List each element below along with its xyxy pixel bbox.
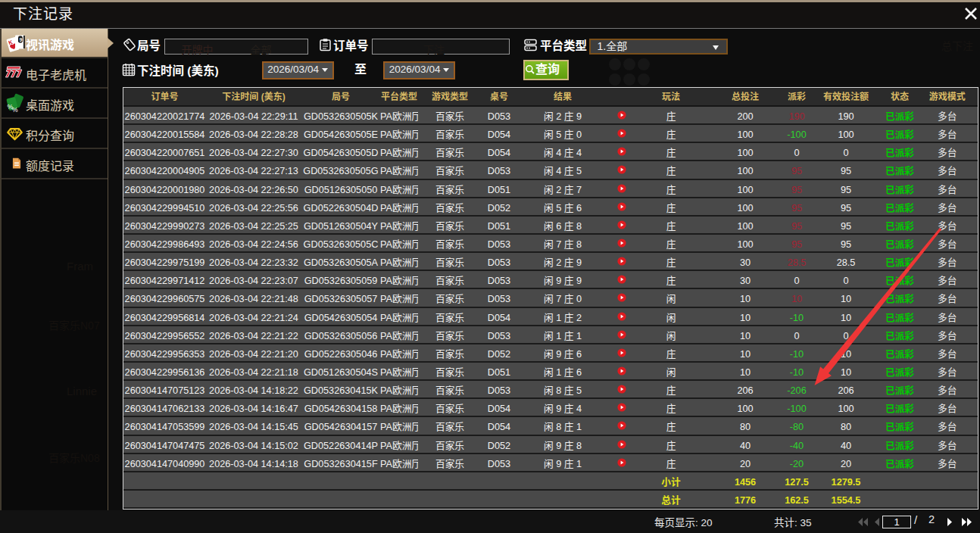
svg-text:%: % <box>12 106 18 114</box>
svg-text:9: 9 <box>20 37 23 42</box>
